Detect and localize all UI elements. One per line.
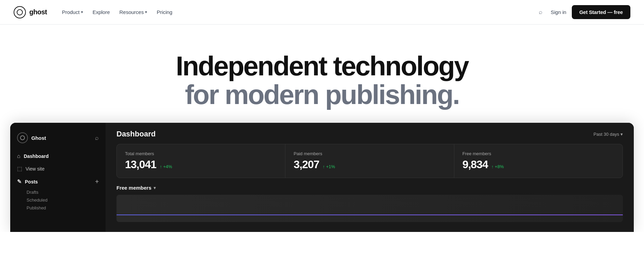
nav-resources[interactable]: Resources ▾ bbox=[115, 6, 152, 18]
sidebar-item-scheduled[interactable]: Scheduled bbox=[10, 196, 106, 204]
paid-members-card: Paid members 3,207 ↑ +1% bbox=[285, 144, 454, 178]
nav-pricing[interactable]: Pricing bbox=[153, 6, 176, 18]
chevron-down-icon: ▾ bbox=[621, 132, 623, 137]
total-members-change: ↑ +4% bbox=[160, 164, 172, 169]
app-screenshot: Ghost ⌕ ⌂ Dashboard ⬚ View site ✎ Posts … bbox=[10, 123, 634, 232]
paid-members-change: ↑ +1% bbox=[323, 164, 335, 169]
signin-button[interactable]: Sign in bbox=[551, 9, 566, 15]
nav-right: ⌕ Sign in Get Started — free bbox=[536, 5, 630, 19]
main-nav: ghost Product ▾ Explore Resources ▾ Pric… bbox=[0, 0, 644, 25]
sidebar-posts-left: ✎ Posts bbox=[17, 178, 38, 185]
get-started-button[interactable]: Get Started — free bbox=[572, 5, 630, 19]
sidebar-posts-group[interactable]: ✎ Posts + bbox=[10, 175, 106, 188]
sidebar-item-view-site[interactable]: ⬚ View site bbox=[10, 162, 106, 175]
free-members-change: ↑ +8% bbox=[491, 164, 504, 169]
stats-row: Total members 13,041 ↑ +4% Paid members … bbox=[116, 144, 623, 178]
chevron-down-icon: ▾ bbox=[145, 10, 147, 14]
free-members-section-label: Free members bbox=[116, 185, 152, 191]
chart-line bbox=[116, 215, 623, 215]
hero-subheadline: for modern publishing. bbox=[7, 80, 637, 109]
paid-members-value: 3,207 bbox=[294, 158, 319, 171]
free-members-value: 9,834 bbox=[462, 158, 488, 171]
chevron-down-icon: ▾ bbox=[81, 10, 83, 14]
sidebar-header: Ghost ⌕ bbox=[10, 128, 106, 150]
logo-link[interactable]: ghost bbox=[14, 6, 47, 18]
nav-links: Product ▾ Explore Resources ▾ Pricing bbox=[58, 6, 176, 18]
nav-left: ghost Product ▾ Explore Resources ▾ Pric… bbox=[14, 6, 176, 18]
add-post-icon[interactable]: + bbox=[95, 178, 99, 185]
home-icon: ⌂ bbox=[17, 153, 20, 159]
search-icon[interactable]: ⌕ bbox=[536, 6, 545, 18]
sidebar-dashboard-label: Dashboard bbox=[24, 153, 49, 159]
chevron-down-icon: ▾ bbox=[154, 186, 156, 190]
free-members-card: Free members 9,834 ↑ +8% bbox=[454, 144, 623, 178]
logo-inner-icon bbox=[17, 9, 23, 15]
hero-headline: Independent technology bbox=[7, 52, 637, 80]
sidebar-item-published[interactable]: Published bbox=[10, 204, 106, 212]
chart-area bbox=[106, 195, 634, 222]
sidebar-view-site-label: View site bbox=[26, 166, 45, 172]
free-members-label: Free members bbox=[462, 151, 614, 156]
sidebar-posts-label: Posts bbox=[25, 179, 38, 185]
sidebar-item-drafts[interactable]: Drafts bbox=[10, 188, 106, 196]
nav-product[interactable]: Product ▾ bbox=[58, 6, 87, 18]
dashboard-header: Dashboard Past 30 days ▾ bbox=[106, 123, 634, 144]
dashboard-title: Dashboard bbox=[116, 130, 156, 138]
app-sidebar: Ghost ⌕ ⌂ Dashboard ⬚ View site ✎ Posts … bbox=[10, 123, 106, 232]
sidebar-search-icon[interactable]: ⌕ bbox=[95, 134, 99, 142]
avatar bbox=[17, 132, 28, 143]
main-content: Dashboard Past 30 days ▾ Total members 1… bbox=[106, 123, 634, 232]
logo-ring-icon bbox=[14, 6, 26, 18]
edit-icon: ✎ bbox=[17, 178, 21, 185]
sidebar-brand: Ghost bbox=[17, 132, 46, 143]
sidebar-site-name: Ghost bbox=[31, 135, 46, 141]
external-link-icon: ⬚ bbox=[17, 165, 22, 172]
total-members-card: Total members 13,041 ↑ +4% bbox=[117, 144, 285, 178]
logo-text: ghost bbox=[29, 8, 47, 16]
free-members-section-header: Free members ▾ bbox=[106, 178, 634, 195]
hero-section: Independent technology for modern publis… bbox=[0, 25, 644, 109]
avatar-inner-icon bbox=[20, 135, 25, 140]
sidebar-item-dashboard[interactable]: ⌂ Dashboard bbox=[10, 150, 106, 162]
total-members-label: Total members bbox=[125, 151, 277, 156]
date-filter-button[interactable]: Past 30 days ▾ bbox=[594, 132, 623, 137]
free-members-chart bbox=[116, 195, 623, 222]
total-members-value: 13,041 bbox=[125, 158, 156, 171]
paid-members-label: Paid members bbox=[294, 151, 445, 156]
nav-explore[interactable]: Explore bbox=[89, 6, 114, 18]
